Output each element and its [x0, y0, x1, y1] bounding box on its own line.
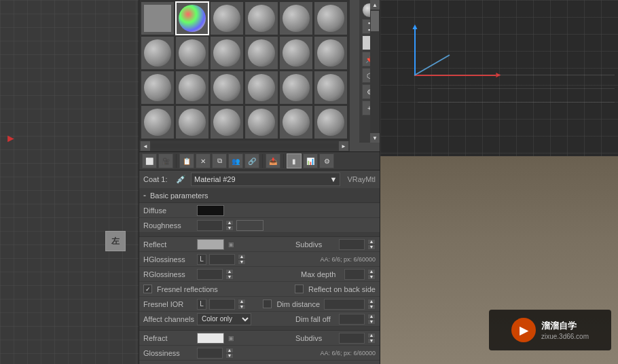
dim-distance-spinner[interactable]: ▲ ▼	[367, 299, 376, 310]
toolbar-sep-2	[262, 154, 263, 168]
mat-cell-2-6[interactable]	[314, 36, 348, 70]
mat-cell-2-4[interactable]	[244, 36, 278, 70]
mat-cell-3-6[interactable]	[314, 71, 348, 105]
toolbar-mat-icon[interactable]: ⬜	[142, 153, 157, 168]
mat-cell-4-5[interactable]	[279, 105, 313, 139]
mat-cell-3-2[interactable]	[175, 71, 209, 105]
subdivs-spin-down[interactable]: ▼	[367, 244, 376, 250]
glossiness-input[interactable]: 1.0	[197, 348, 223, 359]
glossiness-spin-up[interactable]: ▲	[225, 348, 234, 353]
diffuse-label: Diffuse	[143, 206, 194, 215]
mat-cell-3-3[interactable]	[210, 71, 244, 105]
glossiness-label: Glossiness	[143, 349, 194, 357]
mat-cell-1-1[interactable]	[141, 1, 175, 35]
fresnelior-spinner[interactable]: ▲ ▼	[238, 299, 246, 310]
hscroll-track[interactable]	[151, 143, 338, 149]
grid-scroll-up-btn[interactable]: ▲	[370, 0, 380, 10]
roughness-spinner[interactable]: ▲ ▼	[225, 220, 234, 231]
roughness-color-swatch[interactable]	[236, 220, 263, 231]
hglossiness-spin-up[interactable]: ▲	[238, 254, 246, 259]
mat-cell-4-2[interactable]	[175, 105, 209, 139]
hscroll-right-btn[interactable]: ►	[339, 141, 348, 151]
refract-subdivs-spinner[interactable]: ▲ ▼	[367, 333, 376, 344]
toolbar-import-icon[interactable]: 📥	[266, 153, 280, 168]
toolbar-chart-icon[interactable]: 📊	[303, 153, 318, 168]
roughness-input[interactable]: 0.0	[197, 220, 223, 231]
rglossiness-spin-down[interactable]: ▼	[225, 274, 234, 280]
roughness-spin-down[interactable]: ▼	[225, 225, 234, 231]
diffuse-color-swatch[interactable]	[197, 205, 224, 216]
mat-cell-2-5[interactable]	[279, 36, 313, 70]
dim-falloff-spin-up[interactable]: ▲	[367, 314, 376, 319]
mat-cell-2-2[interactable]	[175, 36, 209, 70]
mat-cell-1-2[interactable]	[175, 1, 209, 35]
hscroll-left-btn[interactable]: ◄	[141, 141, 150, 151]
hglossiness-input[interactable]: 1.0	[209, 254, 235, 265]
mat-cell-4-6[interactable]	[314, 105, 348, 139]
subdivs-spinner[interactable]: ▲ ▼	[367, 239, 376, 250]
fresnelior-l-btn[interactable]: L	[197, 299, 206, 310]
subdivs-input[interactable]: 8	[339, 239, 365, 250]
mat-cell-3-5[interactable]	[279, 71, 313, 105]
roughness-spin-up[interactable]: ▲	[225, 220, 234, 225]
glossiness-spinner[interactable]: ▲ ▼	[225, 348, 234, 359]
mat-cell-1-6[interactable]	[314, 1, 348, 35]
mat-cell-2-1[interactable]	[141, 36, 175, 70]
fresnel-checkbox[interactable]	[143, 285, 152, 293]
mat-cell-1-3[interactable]	[210, 1, 244, 35]
mat-cell-1-4[interactable]	[244, 1, 278, 35]
watermark-main-text: 溜溜自学	[541, 320, 589, 332]
glossiness-spin-down[interactable]: ▼	[225, 353, 234, 359]
fresnelior-spin-up[interactable]: ▲	[238, 299, 246, 304]
toolbar-settings-icon[interactable]: ⚙	[319, 153, 334, 168]
reflect-backside-checkbox[interactable]	[295, 285, 304, 293]
grid-scroll-down-btn[interactable]: ▼	[370, 133, 380, 143]
mat-cell-2-3[interactable]	[210, 36, 244, 70]
hglossiness-spin-down[interactable]: ▼	[238, 259, 246, 265]
affect-channels-select[interactable]: Color only Color+alpha All channels	[197, 313, 251, 325]
toolbar-chain-icon[interactable]: 🔗	[244, 153, 259, 168]
dim-distance-checkbox[interactable]	[263, 299, 272, 308]
mat-cell-3-1[interactable]	[141, 71, 175, 105]
toolbar-link-icon[interactable]: ⧉	[212, 153, 227, 168]
maxdepth-spin-down[interactable]: ▼	[367, 274, 376, 280]
maxdepth-spinner[interactable]: ▲ ▼	[367, 269, 376, 280]
toolbar-delete-icon[interactable]: ✕	[196, 153, 211, 168]
grid-scroll-thumb[interactable]	[371, 11, 379, 31]
toolbar-copy-icon[interactable]: 📋	[179, 153, 194, 168]
eyedropper-btn[interactable]: 💉	[175, 173, 187, 185]
rglossiness-spin-up[interactable]: ▲	[225, 269, 234, 274]
toolbar-camera-icon[interactable]: 🎥	[158, 153, 173, 168]
maxdepth-input[interactable]: 5	[344, 269, 365, 280]
hglossiness-l-btn[interactable]: L	[197, 254, 206, 265]
refract-subdivs-spin-down[interactable]: ▼	[367, 338, 376, 344]
reflect-color-swatch[interactable]	[197, 239, 224, 250]
rglossiness-input[interactable]: 1.0	[197, 269, 223, 280]
toolbar-active-icon[interactable]: ▮	[287, 153, 302, 168]
mat-cell-3-4[interactable]	[244, 71, 278, 105]
refract-subdivs-spin-up[interactable]: ▲	[367, 333, 376, 338]
mat-cell-4-3[interactable]	[210, 105, 244, 139]
refract-color-swatch[interactable]	[197, 333, 224, 344]
refract-subdivs-input[interactable]: 8	[339, 333, 365, 344]
dim-falloff-spin-down[interactable]: ▼	[367, 319, 376, 325]
mat-cell-4-4[interactable]	[244, 105, 278, 139]
toolbar-group-icon[interactable]: 👥	[228, 153, 243, 168]
fresnelior-input[interactable]: 1.6	[209, 299, 235, 310]
fresnelior-spin-down[interactable]: ▼	[238, 304, 246, 310]
dim-falloff-input[interactable]: 0.0	[339, 314, 365, 325]
dim-distance-spin-down[interactable]: ▼	[367, 304, 376, 310]
mat-cell-1-5[interactable]	[279, 1, 313, 35]
subdivs-spin-up[interactable]: ▲	[367, 239, 376, 244]
maxdepth-spin-up[interactable]: ▲	[367, 269, 376, 274]
fresnel-label: Fresnel reflections	[157, 285, 218, 293]
section-title: Basic parameters	[150, 192, 208, 200]
section-minus[interactable]: -	[143, 191, 146, 200]
dim-distance-spin-up[interactable]: ▲	[367, 299, 376, 304]
mat-cell-4-1[interactable]	[141, 105, 175, 139]
dim-distance-input[interactable]: 100.0mm	[324, 299, 365, 310]
rglossiness-spinner[interactable]: ▲ ▼	[225, 269, 234, 280]
dim-falloff-spinner[interactable]: ▲ ▼	[367, 314, 376, 325]
material-dropdown[interactable]: Material #29 ▼	[191, 172, 340, 186]
hglossiness-spinner[interactable]: ▲ ▼	[238, 254, 246, 265]
